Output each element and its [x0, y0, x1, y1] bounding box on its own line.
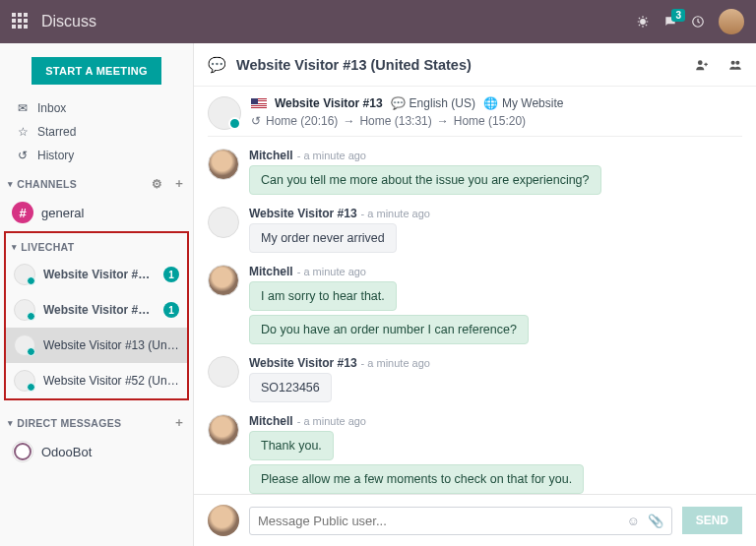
- section-title: DIRECT MESSAGES: [17, 417, 121, 429]
- visitor-avatar-icon: [14, 334, 35, 356]
- livechat-section: ▾ LIVECHAT Website Visitor #81 (U... 1 W…: [4, 231, 189, 400]
- user-avatar[interactable]: [719, 9, 744, 34]
- avatar: [208, 207, 239, 238]
- message-bubble: SO123456: [249, 373, 332, 402]
- flag-us-icon: [251, 98, 267, 109]
- apps-menu-icon[interactable]: [12, 13, 30, 30]
- timestamp: - a minute ago: [297, 150, 366, 161]
- main-thread: 💬 Website Visitor #13 (United States) We…: [194, 43, 756, 546]
- message-bubble: My order never arrived: [249, 223, 397, 253]
- avatar: [208, 356, 239, 388]
- sender-name: Mitchell: [249, 265, 293, 278]
- livechat-header[interactable]: ▾ LIVECHAT: [6, 233, 187, 257]
- history-icon: ↺: [16, 149, 30, 162]
- message: Website Visitor #13- a minute ago SO1234…: [194, 352, 756, 410]
- hash-icon: #: [12, 202, 33, 223]
- debug-icon[interactable]: [636, 15, 650, 29]
- sidebar: START A MEETING ✉Inbox ☆Starred ↺History…: [0, 43, 194, 546]
- timestamp: - a minute ago: [297, 415, 366, 427]
- channel-name: general: [41, 206, 84, 220]
- topbar: Discuss 3: [0, 0, 756, 43]
- visitor-avatar-icon: [14, 264, 35, 285]
- message: Mitchell- a minute ago I am sorry to hea…: [194, 261, 756, 352]
- send-button[interactable]: SEND: [682, 507, 742, 534]
- globe-icon: 🌐: [483, 96, 498, 110]
- messages-icon[interactable]: 3: [663, 15, 677, 29]
- livechat-item[interactable]: Website Visitor #13 (United St...: [6, 328, 187, 363]
- gear-icon[interactable]: ⚙: [152, 177, 162, 191]
- message-bubble: Thank you.: [249, 431, 334, 460]
- message-bubble: Do you have an order number I can refere…: [249, 315, 529, 344]
- channels-header[interactable]: ▾ CHANNELS ⚙ ＋: [0, 167, 193, 196]
- livechat-item[interactable]: Website Visitor #81 (U... 1: [6, 257, 187, 292]
- composer: ☺ 📎 SEND: [194, 494, 756, 546]
- livechat-item[interactable]: Website Visitor #80 (U... 1: [6, 292, 187, 328]
- visitor-name: Website Visitor #13: [275, 96, 383, 110]
- visitor-avatar-icon: [14, 370, 35, 392]
- visitor-lang: 💬English (US): [391, 96, 475, 110]
- attach-icon[interactable]: 📎: [648, 514, 663, 528]
- livechat-name: Website Visitor #80 (U...: [43, 303, 156, 317]
- avatar: [208, 414, 239, 446]
- comment-icon: 💬: [391, 96, 406, 110]
- nav-label: History: [37, 149, 74, 162]
- history-icon: ↺: [251, 114, 261, 128]
- visitor-trail: ↺ Home (20:16)→ Home (13:31)→ Home (15:2…: [251, 114, 563, 128]
- message: Website Visitor #13- a minute ago My ord…: [194, 203, 756, 261]
- inbox-icon: ✉: [16, 101, 30, 115]
- avatar: [208, 149, 239, 180]
- svg-point-3: [731, 60, 735, 64]
- unread-badge: 1: [163, 267, 179, 282]
- section-title: LIVECHAT: [21, 241, 74, 253]
- dm-header[interactable]: ▾ DIRECT MESSAGES ＋: [0, 406, 193, 435]
- emoji-icon[interactable]: ☺: [626, 514, 639, 528]
- odoobot-icon: [12, 441, 33, 462]
- sender-name: Mitchell: [249, 414, 293, 428]
- add-user-icon[interactable]: [695, 58, 709, 72]
- sender-name: Website Visitor #13: [249, 356, 357, 370]
- timestamp: - a minute ago: [361, 208, 430, 219]
- composer-avatar: [208, 505, 239, 536]
- chevron-down-icon: ▾: [12, 242, 17, 252]
- plus-icon[interactable]: ＋: [173, 414, 185, 431]
- message-input[interactable]: [258, 514, 618, 528]
- thread-title: Website Visitor #13 (United States): [236, 57, 472, 73]
- chat-icon: 💬: [208, 56, 226, 74]
- svg-point-2: [698, 60, 703, 65]
- message-bubble: Can you tell me more about the issue you…: [249, 165, 601, 195]
- sender-name: Website Visitor #13: [249, 207, 357, 220]
- svg-point-4: [735, 60, 739, 64]
- composer-box[interactable]: ☺ 📎: [249, 507, 672, 535]
- visitor-card: Website Visitor #13 💬English (US) 🌐My We…: [194, 87, 756, 136]
- nav-starred[interactable]: ☆Starred: [0, 120, 193, 144]
- nav-history[interactable]: ↺History: [0, 144, 193, 167]
- star-icon: ☆: [16, 125, 30, 139]
- livechat-name: Website Visitor #13 (United St...: [43, 338, 179, 352]
- dm-name: OdooBot: [41, 445, 92, 459]
- section-title: CHANNELS: [17, 178, 77, 190]
- message-thread[interactable]: Mitchell- a minute ago Can you tell me m…: [194, 141, 756, 494]
- chevron-down-icon: ▾: [8, 418, 13, 428]
- nav-label: Inbox: [37, 101, 66, 115]
- message: Mitchell- a minute ago Thank you. Please…: [194, 410, 756, 494]
- timestamp: - a minute ago: [297, 266, 366, 277]
- unread-badge: 1: [163, 302, 179, 318]
- thread-header: 💬 Website Visitor #13 (United States): [194, 43, 756, 87]
- timestamp: - a minute ago: [361, 357, 430, 369]
- nav-label: Starred: [37, 125, 76, 139]
- plus-icon[interactable]: ＋: [173, 175, 185, 192]
- nav-inbox[interactable]: ✉Inbox: [0, 96, 193, 120]
- visitor-avatar-icon: [208, 96, 241, 130]
- dm-odoobot[interactable]: OdooBot: [0, 435, 193, 468]
- livechat-name: Website Visitor #81 (U...: [43, 268, 156, 281]
- livechat-name: Website Visitor #52 (United St...: [43, 374, 179, 388]
- message-bubble: Please allow me a few moments to check o…: [249, 464, 584, 494]
- start-meeting-button[interactable]: START A MEETING: [32, 57, 161, 85]
- activities-icon[interactable]: [691, 15, 705, 29]
- messages-badge: 3: [671, 9, 685, 22]
- sender-name: Mitchell: [249, 149, 293, 162]
- members-icon[interactable]: [728, 58, 742, 72]
- channel-general[interactable]: # general: [0, 196, 193, 229]
- avatar: [208, 265, 239, 296]
- livechat-item[interactable]: Website Visitor #52 (United St...: [6, 363, 187, 398]
